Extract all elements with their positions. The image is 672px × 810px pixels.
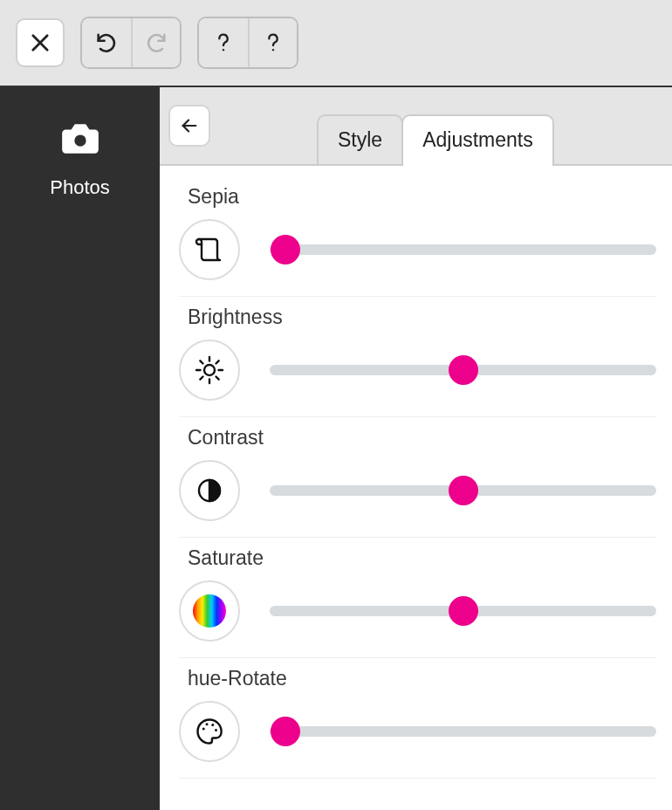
sidebar-item-label: Photos <box>50 176 110 199</box>
tabs: Style Adjustments <box>221 114 672 164</box>
help-button-1[interactable] <box>199 18 248 67</box>
brightness-slider[interactable] <box>270 353 656 388</box>
svg-point-17 <box>206 723 209 725</box>
help-button-2[interactable] <box>248 18 297 67</box>
adjustment-label: Brightness <box>188 305 656 329</box>
tab-adjustments[interactable]: Adjustments <box>401 114 554 164</box>
slider-track <box>270 726 656 737</box>
svg-line-14 <box>216 360 219 363</box>
sidebar: Photos <box>0 87 160 810</box>
slider-thumb[interactable] <box>271 235 300 264</box>
svg-point-3 <box>272 49 274 51</box>
main-area: Photos Style Adjustments Sepia <box>0 87 672 810</box>
undo-icon <box>94 31 119 55</box>
svg-point-19 <box>215 729 217 731</box>
svg-line-12 <box>216 377 219 380</box>
adjustment-label: Contrast <box>188 426 656 450</box>
adjustment-label: Sepia <box>188 185 656 209</box>
back-button[interactable] <box>168 105 210 147</box>
svg-point-16 <box>202 728 205 731</box>
scroll-icon <box>179 219 240 280</box>
sepia-slider[interactable] <box>270 232 656 267</box>
arrow-left-icon <box>180 116 199 135</box>
camera-icon <box>58 117 102 161</box>
hue-rotate-slider[interactable] <box>270 714 656 749</box>
slider-thumb[interactable] <box>449 596 478 626</box>
svg-point-2 <box>223 49 224 51</box>
adjustments-panel: Style Adjustments Sepia Brightness <box>160 87 672 810</box>
adjustment-sepia: Sepia <box>179 185 656 297</box>
help-group <box>197 17 298 69</box>
svg-point-4 <box>74 134 86 146</box>
adjustment-saturate: Saturate <box>179 546 656 658</box>
close-button[interactable] <box>16 18 65 67</box>
palette-icon <box>179 701 240 762</box>
contrast-icon <box>179 460 240 521</box>
slider-track <box>270 244 656 255</box>
adjustments-list: Sepia Brightness <box>160 166 672 810</box>
redo-icon <box>144 31 168 55</box>
sun-icon <box>179 340 240 401</box>
help-icon <box>261 31 285 55</box>
slider-thumb[interactable] <box>449 355 478 385</box>
contrast-slider[interactable] <box>270 473 656 508</box>
redo-button[interactable] <box>131 18 180 67</box>
svg-line-11 <box>200 360 202 363</box>
tab-style[interactable]: Style <box>317 114 403 164</box>
adjustment-hue-rotate: hue-Rotate <box>179 667 656 779</box>
adjustment-contrast: Contrast <box>179 426 656 538</box>
rainbow-icon <box>179 580 240 642</box>
undo-button[interactable] <box>82 18 131 67</box>
saturate-slider[interactable] <box>270 594 656 628</box>
slider-thumb[interactable] <box>449 476 478 505</box>
sidebar-item-photos[interactable]: Photos <box>50 117 110 199</box>
adjustment-label: Saturate <box>188 546 656 570</box>
panel-header: Style Adjustments <box>160 87 672 166</box>
slider-thumb[interactable] <box>271 717 300 746</box>
svg-point-18 <box>211 724 214 726</box>
adjustment-brightness: Brightness <box>179 305 656 417</box>
svg-point-6 <box>204 365 215 375</box>
help-icon <box>211 31 236 55</box>
undo-redo-group <box>80 17 182 69</box>
svg-line-13 <box>200 377 202 380</box>
adjustment-label: hue-Rotate <box>188 667 656 690</box>
close-icon <box>28 31 52 55</box>
toolbar <box>0 0 672 87</box>
